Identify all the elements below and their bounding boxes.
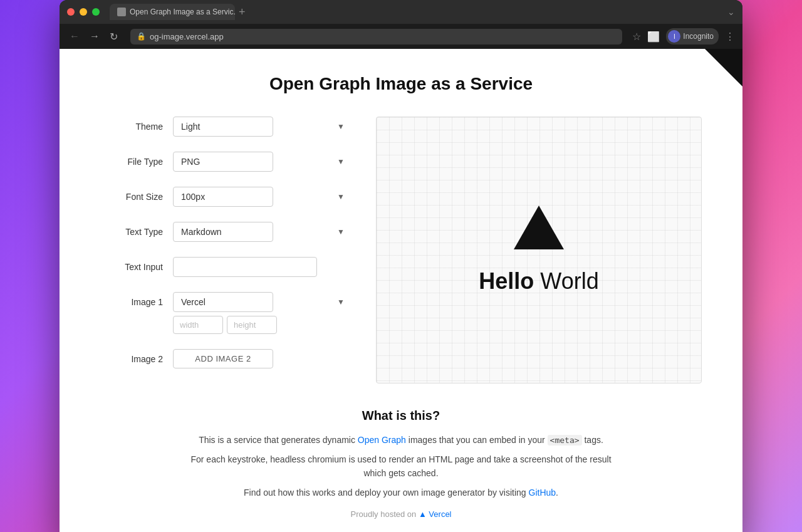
nav-back-button[interactable]: ← bbox=[67, 29, 82, 43]
form-panel: Theme Light Dark ▼ File Type bbox=[100, 117, 351, 383]
avatar: I bbox=[668, 30, 680, 43]
image1-label: Image 1 bbox=[100, 292, 163, 307]
add-image-2-button[interactable]: ADD IMAGE 2 bbox=[173, 349, 273, 368]
browser-addressbar: ← → ↻ 🔒 og-image.vercel.app ☆ ⬜ I Incogn… bbox=[60, 24, 742, 49]
texttype-select-wrapper: Markdown Plain ▼ bbox=[173, 222, 351, 242]
text-input[interactable]: **Hello** World bbox=[173, 257, 317, 277]
open-graph-link[interactable]: Open Graph bbox=[358, 435, 406, 445]
textinput-controls: **Hello** World bbox=[173, 257, 351, 277]
texttype-controls: Markdown Plain ▼ bbox=[173, 222, 351, 242]
footer-text: Proudly hosted on ▲ Vercel bbox=[182, 509, 620, 519]
lock-icon: 🔒 bbox=[137, 32, 146, 41]
texttype-label: Text Type bbox=[100, 222, 163, 237]
fontsize-controls: 75px 100px 125px ▼ bbox=[173, 187, 351, 207]
filetype-select-wrapper: PNG JPEG ▼ bbox=[173, 152, 351, 172]
preview-text-bold: Hello bbox=[479, 268, 534, 294]
filetype-select-arrow: ▼ bbox=[337, 157, 345, 166]
info-para1-suffix: images that you can embed in your bbox=[406, 435, 548, 445]
filetype-row: File Type PNG JPEG ▼ bbox=[100, 152, 351, 172]
browser-window: Open Graph Image as a Servic... × + ⌄ ← … bbox=[60, 0, 742, 532]
textinput-label: Text Input bbox=[100, 257, 163, 272]
image1-row: Image 1 Vercel Custom ▼ bbox=[100, 292, 351, 334]
theme-select-arrow: ▼ bbox=[337, 122, 345, 131]
github-link[interactable]: GitHub bbox=[529, 488, 556, 498]
image1-select[interactable]: Vercel Custom bbox=[173, 292, 273, 312]
filetype-label: File Type bbox=[100, 152, 163, 167]
info-section: What is this? This is a service that gen… bbox=[182, 409, 620, 519]
nav-reload-button[interactable]: ↻ bbox=[107, 29, 120, 44]
browser-tab-active[interactable]: Open Graph Image as a Servic... × bbox=[110, 4, 235, 20]
tab-bar: Open Graph Image as a Servic... × + bbox=[110, 4, 722, 20]
info-para2: For each keystroke, headless chromium is… bbox=[182, 452, 620, 481]
window-icon[interactable]: ⬜ bbox=[647, 31, 660, 43]
tab-title: Open Graph Image as a Servic... bbox=[130, 8, 235, 16]
browser-titlebar: Open Graph Image as a Servic... × + ⌄ bbox=[60, 0, 742, 24]
tab-favicon bbox=[117, 8, 126, 16]
preview-text: Hello World bbox=[479, 268, 598, 295]
browser-action-buttons: ☆ ⬜ I Incognito ⋮ bbox=[632, 28, 735, 44]
image1-size-inputs bbox=[173, 316, 351, 334]
image1-height-input[interactable] bbox=[227, 316, 277, 334]
bookmark-icon[interactable]: ☆ bbox=[632, 31, 641, 43]
profile-pill[interactable]: I Incognito bbox=[666, 28, 719, 44]
image2-row: Image 2 ADD IMAGE 2 bbox=[100, 349, 351, 368]
info-title: What is this? bbox=[182, 409, 620, 423]
info-para1-prefix: This is a service that generates dynamic bbox=[199, 435, 358, 445]
info-para1: This is a service that generates dynamic… bbox=[182, 433, 620, 447]
new-tab-button[interactable]: + bbox=[239, 6, 246, 18]
image1-select-arrow: ▼ bbox=[337, 298, 345, 306]
theme-row: Theme Light Dark ▼ bbox=[100, 117, 351, 137]
info-para3: Find out how this works and deploy your … bbox=[182, 486, 620, 499]
address-bar[interactable]: 🔒 og-image.vercel.app bbox=[130, 29, 622, 44]
preview-text-rest: World bbox=[534, 268, 598, 294]
filetype-controls: PNG JPEG ▼ bbox=[173, 152, 351, 172]
preview-logo bbox=[514, 206, 564, 249]
theme-select-wrapper: Light Dark ▼ bbox=[173, 117, 351, 137]
more-options-icon[interactable]: ⋮ bbox=[725, 31, 735, 43]
footer-prefix: Proudly hosted on bbox=[350, 509, 418, 519]
texttype-row: Text Type Markdown Plain ▼ bbox=[100, 222, 351, 242]
fontsize-row: Font Size 75px 100px 125px ▼ bbox=[100, 187, 351, 207]
meta-code: <meta> bbox=[548, 435, 582, 446]
image1-controls: Vercel Custom ▼ bbox=[173, 292, 351, 334]
page-content: Open Graph Image as a Service Theme Ligh… bbox=[60, 49, 742, 532]
close-button[interactable] bbox=[67, 8, 75, 16]
profile-name: Incognito bbox=[683, 32, 714, 41]
fontsize-select-arrow: ▼ bbox=[337, 192, 345, 201]
fontsize-label: Font Size bbox=[100, 187, 163, 202]
textinput-row: Text Input **Hello** World bbox=[100, 257, 351, 277]
vercel-triangle-icon bbox=[514, 206, 564, 249]
browser-more-icon[interactable]: ⌄ bbox=[727, 7, 735, 17]
filetype-select[interactable]: PNG JPEG bbox=[173, 152, 273, 172]
texttype-select[interactable]: Markdown Plain bbox=[173, 222, 273, 242]
preview-panel: Hello World bbox=[376, 117, 702, 383]
info-para3-prefix: Find out how this works and deploy your … bbox=[244, 488, 528, 498]
address-url-text: og-image.vercel.app bbox=[150, 32, 224, 41]
texttype-select-arrow: ▼ bbox=[337, 227, 345, 236]
page-title: Open Graph Image as a Service bbox=[72, 74, 730, 94]
vercel-footer-link[interactable]: ▲ Vercel bbox=[419, 509, 452, 519]
image1-width-input[interactable] bbox=[173, 316, 223, 334]
fontsize-select-wrapper: 75px 100px 125px ▼ bbox=[173, 187, 351, 207]
theme-select[interactable]: Light Dark bbox=[173, 117, 273, 137]
image2-controls: ADD IMAGE 2 bbox=[173, 349, 351, 368]
image1-select-wrapper: Vercel Custom ▼ bbox=[173, 292, 351, 312]
image2-label: Image 2 bbox=[100, 349, 163, 364]
minimize-button[interactable] bbox=[80, 8, 87, 16]
main-layout: Theme Light Dark ▼ File Type bbox=[100, 117, 702, 383]
theme-label: Theme bbox=[100, 117, 163, 132]
info-para1-end: tags. bbox=[582, 435, 603, 445]
theme-controls: Light Dark ▼ bbox=[173, 117, 351, 137]
nav-forward-button[interactable]: → bbox=[87, 29, 102, 43]
info-para3-suffix: . bbox=[556, 488, 558, 498]
maximize-button[interactable] bbox=[92, 8, 100, 16]
fontsize-select[interactable]: 75px 100px 125px bbox=[173, 187, 273, 207]
